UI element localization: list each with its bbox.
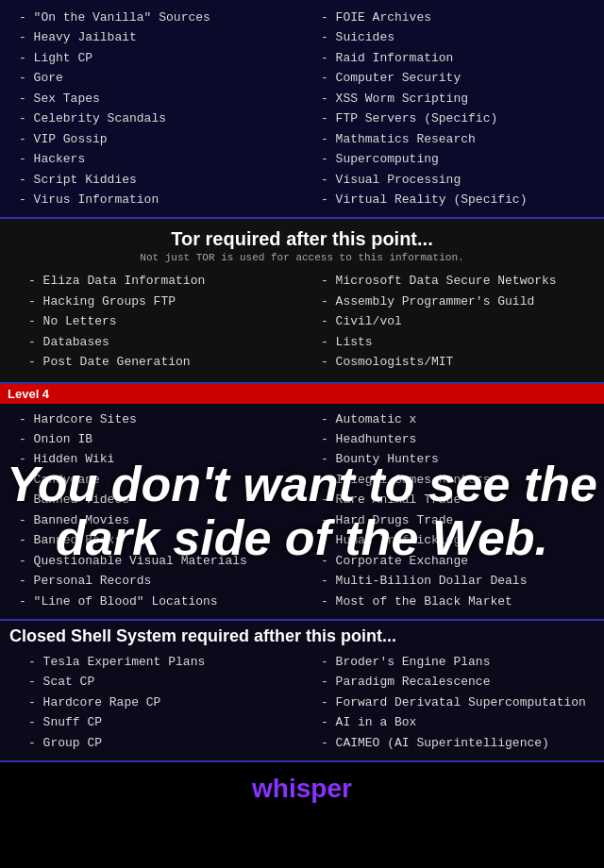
list-item: - Broder's Engine Plans [321, 652, 595, 672]
list-item: - Lists [321, 332, 595, 352]
section-level4: Level 4 - Hardcore Sites- Onion IB- Hidd… [0, 384, 604, 621]
list-item: - Post Date Generation [28, 352, 302, 372]
list-item: - Questionable Visual Materials [19, 551, 302, 571]
list-item: - Cosmologists/MIT [321, 352, 595, 372]
list-item: - "Line of Blood" Locations [19, 592, 302, 611]
list-item: - No Letters [28, 311, 302, 331]
section-tor: Tor required after this point... Not jus… [0, 219, 604, 383]
list-item: - Hidden Wiki [19, 449, 302, 469]
top-left-col: - "On the Vanilla" Sources- Heavy Jailba… [0, 8, 302, 209]
list-item: - Headhunters [321, 429, 604, 449]
list-item: - XSS Worm Scripting [321, 89, 604, 108]
list-item: - Databases [28, 332, 302, 352]
list-item: - Group CP [28, 733, 302, 753]
list-item: - Most of the Black Market [321, 592, 604, 611]
list-item: - Snuff CP [28, 712, 302, 732]
tor-subtitle: Not just TOR is used for access to this … [9, 252, 595, 263]
list-item: - Scat CP [28, 672, 302, 692]
list-item: - Candycane [19, 470, 302, 490]
list-item: - Celebrity Scandals [19, 108, 302, 128]
list-item: - Banned Movies [19, 510, 302, 530]
list-item: - Corporate Exchange [321, 551, 604, 571]
list-item: - Civil/vol [321, 311, 595, 331]
top-right-col: - FOIE Archives- Suicides- Raid Informat… [302, 8, 604, 209]
list-item: - Illegal Games Hunters [321, 470, 604, 490]
list-item: - Suicides [321, 27, 604, 47]
list-item: - Tesla Experiment Plans [28, 652, 302, 672]
list-item: - Raid Information [321, 48, 604, 68]
list-item: - Banned Videos [19, 490, 302, 509]
list-item: - FTP Servers (Specific) [321, 108, 604, 128]
list-item: - AI in a Box [321, 712, 595, 732]
list-item: - Hard Drugs Trade [321, 510, 604, 530]
list-item: - Human Trafficking [321, 530, 604, 550]
list-item: - Script Kiddies [19, 170, 302, 190]
list-item: - Bounty Hunters [321, 449, 604, 469]
list-item: - Computer Security [321, 68, 604, 88]
tor-title: Tor required after this point... [9, 228, 595, 250]
list-item: - Sex Tapes [19, 89, 302, 108]
closed-right-col: - Broder's Engine Plans- Paradigm Recale… [302, 652, 595, 753]
list-item: - Banned Books [19, 530, 302, 550]
list-item: - Assembly Programmer's Guild [321, 292, 595, 311]
list-item: - Gore [19, 68, 302, 88]
section-closed: Closed Shell System required afther this… [0, 621, 604, 762]
list-item: - Multi-Billion Dollar Deals [321, 571, 604, 591]
list-item: - Hacking Groups FTP [28, 292, 302, 311]
list-item: - Hackers [19, 149, 302, 169]
list-item: - Visual Processing [321, 170, 604, 190]
tor-right-col: - Microsoft Data Secure Networks- Assemb… [302, 271, 595, 372]
list-item: - Personal Records [19, 571, 302, 591]
list-item: - Paradigm Recalescence [321, 672, 595, 692]
list-item: - FOIE Archives [321, 8, 604, 27]
list-item: - Light CP [19, 48, 302, 68]
list-item: - Virus Information [19, 190, 302, 209]
list-item: - Hardcore Sites [19, 409, 302, 429]
list-item: - Automatic x [321, 409, 604, 429]
footer: whisper [0, 762, 604, 815]
list-item: - Mathmatics Research [321, 129, 604, 149]
list-item: - Hardcore Rape CP [28, 693, 302, 712]
level4-right-col: - Automatic x- Headhunters- Bounty Hunte… [302, 409, 604, 611]
whisper-label: whisper [0, 774, 604, 804]
list-item: - Eliza Data Information [28, 271, 302, 291]
list-item: - Supercomputing [321, 149, 604, 169]
list-item: - "On the Vanilla" Sources [19, 8, 302, 27]
list-item: - Microsoft Data Secure Networks [321, 271, 595, 291]
closed-left-col: - Tesla Experiment Plans- Scat CP- Hardc… [9, 652, 302, 753]
list-item: - Virtual Reality (Specific) [321, 190, 604, 209]
list-item: - CAIMEO (AI Superintelligence) [321, 733, 595, 753]
level4-header: Level 4 [0, 384, 604, 404]
list-item: - VIP Gossip [19, 129, 302, 149]
tor-left-col: - Eliza Data Information- Hacking Groups… [9, 271, 302, 372]
list-item: - Onion IB [19, 429, 302, 449]
list-item: - Forward Derivatal Supercomputation [321, 693, 595, 712]
list-item: - Rare Animal Trade [321, 490, 604, 509]
closed-title: Closed Shell System required afther this… [9, 626, 595, 646]
list-item: - Heavy Jailbait [19, 27, 302, 47]
section-top: - "On the Vanilla" Sources- Heavy Jailba… [0, 0, 604, 219]
level4-left-col: - Hardcore Sites- Onion IB- Hidden Wiki-… [0, 409, 302, 611]
